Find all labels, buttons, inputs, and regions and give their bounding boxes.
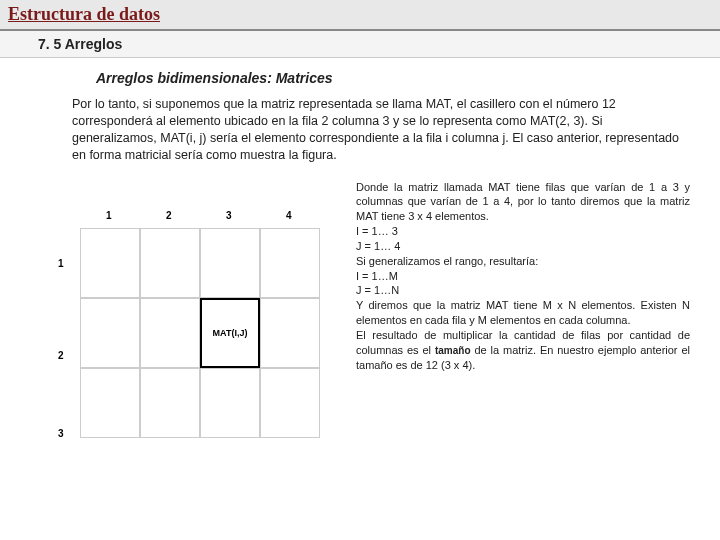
right-line-j: J = 1… 4 (356, 239, 690, 254)
matrix-figure: 1 2 3 4 1 2 3 MAT(I,J) (40, 210, 330, 460)
col-label-2: 2 (166, 210, 172, 221)
col-label-3: 3 (226, 210, 232, 221)
cell (80, 368, 140, 438)
cell (140, 298, 200, 368)
right-line-i: I = 1… 3 (356, 224, 690, 239)
page-subtitle: 7. 5 Arreglos (38, 36, 122, 52)
cell (140, 368, 200, 438)
section-heading: Arreglos bidimensionales: Matrices (0, 58, 720, 96)
row-label-2: 2 (58, 350, 64, 361)
right-p1: Donde la matriz llamada MAT tiene filas … (356, 180, 690, 225)
cell-highlight: MAT(I,J) (200, 298, 260, 368)
right-p4: El resultado de multiplicar la cantidad … (356, 328, 690, 373)
intro-paragraph: Por lo tanto, si suponemos que la matriz… (0, 96, 720, 174)
right-text-column: Donde la matriz llamada MAT tiene filas … (356, 180, 700, 460)
cell (140, 228, 200, 298)
figure-column: 1 2 3 4 1 2 3 MAT(I,J) (40, 180, 340, 460)
right-p3: Y diremos que la matriz MAT tiene M x N … (356, 298, 690, 328)
right-p4-bold: tamaño (435, 345, 471, 356)
right-line-im: I = 1…M (356, 269, 690, 284)
col-label-1: 1 (106, 210, 112, 221)
matrix-grid: MAT(I,J) (80, 228, 320, 438)
right-line-jn: J = 1…N (356, 283, 690, 298)
col-label-4: 4 (286, 210, 292, 221)
cell (80, 298, 140, 368)
row-label-1: 1 (58, 258, 64, 269)
cell (260, 368, 320, 438)
row-label-3: 3 (58, 428, 64, 439)
subtitle-bar: 7. 5 Arreglos (0, 31, 720, 58)
page-title: Estructura de datos (8, 4, 160, 24)
cell (200, 368, 260, 438)
cell (260, 228, 320, 298)
cell (200, 228, 260, 298)
cell (80, 228, 140, 298)
right-p2: Si generalizamos el rango, resultaría: (356, 254, 690, 269)
cell-highlight-label: MAT(I,J) (213, 328, 248, 338)
title-bar: Estructura de datos (0, 0, 720, 31)
cell (260, 298, 320, 368)
content-row: 1 2 3 4 1 2 3 MAT(I,J) Dond (0, 174, 720, 460)
